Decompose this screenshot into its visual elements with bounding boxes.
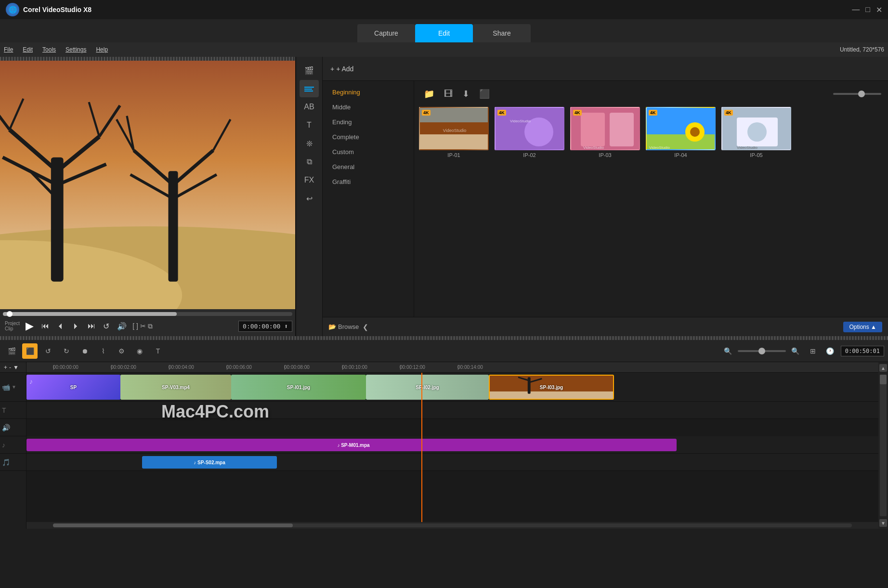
menu-help[interactable]: Help	[96, 46, 108, 53]
preview-image	[0, 61, 295, 309]
tool-text2[interactable]: T	[300, 117, 319, 134]
menu-file[interactable]: File	[4, 46, 13, 53]
sort-icon-btn[interactable]: ⬇	[459, 88, 472, 100]
tab-capture[interactable]: Capture	[357, 24, 415, 42]
tool-audio[interactable]: ↩	[300, 190, 319, 207]
cut-icon[interactable]: ✂	[140, 322, 146, 330]
copy-icon[interactable]: ⧉	[148, 322, 153, 330]
category-complete[interactable]: Complete	[323, 130, 414, 144]
tl-film-btn[interactable]: 🎬	[4, 343, 19, 359]
bracket-start[interactable]: [	[132, 322, 134, 330]
progress-thumb[interactable]	[7, 311, 13, 317]
clip-sps02[interactable]: ♪ SP-S02.mpa	[142, 456, 277, 469]
tl-storyboard-btn[interactable]: ⬛	[22, 343, 38, 359]
repeat-button[interactable]: ↺	[101, 321, 111, 332]
browse-button[interactable]: 📂 Browse	[328, 323, 359, 330]
collapse-library-button[interactable]: ❮	[363, 323, 368, 331]
menu-tools[interactable]: Tools	[42, 46, 56, 53]
timeline-scrollbar[interactable]	[26, 522, 878, 529]
play-button[interactable]: ▶	[24, 319, 36, 333]
category-middle[interactable]: Middle	[323, 100, 414, 115]
tool-text[interactable]: AB	[300, 98, 319, 116]
v-scrollbar-track[interactable]	[880, 375, 887, 516]
step-forward-button[interactable]: ⏵	[70, 321, 82, 331]
thumb-ip05[interactable]: 4K VideoStudio IP-05	[721, 107, 791, 158]
thumb-ip01[interactable]: 4K VideoStudio IP-01	[419, 107, 489, 158]
tool-graphics[interactable]: ❊	[300, 135, 319, 152]
tl-record-btn[interactable]: ⏺	[77, 343, 92, 359]
tl-undo-btn[interactable]: ↺	[40, 343, 56, 359]
sfx-track-icon[interactable]: 🎵	[2, 458, 10, 466]
add-button[interactable]: + + Add	[330, 65, 353, 73]
thumb-ip01-badge: 4K	[422, 110, 431, 116]
thumb-ip04[interactable]: 4K VideoStudio IP-04	[646, 107, 716, 158]
clip-spi03[interactable]: SP-I03.jpg	[489, 375, 614, 400]
arrow-down-icon[interactable]: ▼	[13, 364, 19, 371]
thumb-ip02[interactable]: 4K VideoStudio IP-02	[495, 107, 564, 158]
ruler-mark-0: 00:00:00:00	[53, 365, 111, 370]
bracket-end[interactable]: ]	[136, 322, 138, 330]
tool-fx[interactable]: FX	[300, 171, 319, 189]
tool-media[interactable]: 🎬	[300, 62, 319, 79]
next-end-button[interactable]: ⏭	[86, 321, 97, 331]
menu-edit[interactable]: Edit	[23, 46, 33, 53]
tab-edit[interactable]: Edit	[415, 24, 473, 42]
scroll-up-btn[interactable]: ▲	[879, 364, 887, 372]
zoom-in-btn[interactable]: 🔍	[788, 343, 803, 359]
v-scrollbar-thumb[interactable]	[880, 375, 887, 384]
thumb-ip02-label: IP-02	[523, 152, 535, 158]
minimize-button[interactable]: —	[852, 5, 860, 14]
film-icon-btn[interactable]: 🎞	[441, 88, 456, 100]
category-custom[interactable]: Custom	[323, 144, 414, 159]
tl-wave-btn[interactable]: ⌇	[95, 343, 111, 359]
fit-btn[interactable]: ⊞	[805, 343, 821, 359]
zoom-out-btn[interactable]: 🔍	[720, 343, 736, 359]
prev-start-button[interactable]: ⏮	[39, 321, 51, 331]
preview-drag-handle[interactable]	[0, 57, 295, 61]
tl-effect-btn[interactable]: ◉	[132, 343, 147, 359]
audio1-track-icon[interactable]: 🔊	[2, 424, 10, 431]
clip-spv03[interactable]: SP-V03.mp4	[120, 375, 231, 400]
video-track-arrow[interactable]: ▼	[12, 384, 16, 390]
tool-transitions[interactable]: ⧉	[300, 153, 319, 170]
category-ending[interactable]: Ending	[323, 115, 414, 130]
tab-share[interactable]: Share	[473, 24, 531, 42]
folder-icon-btn[interactable]: 📁	[421, 88, 437, 100]
category-beginning[interactable]: Beginning	[323, 85, 414, 100]
close-button[interactable]: ✕	[876, 5, 882, 14]
tl-speed-btn[interactable]: ⚙	[114, 343, 129, 359]
tl-title-btn[interactable]: T	[150, 343, 166, 359]
video-track-icon[interactable]: 📹	[2, 383, 10, 391]
clock-btn[interactable]: 🕐	[823, 343, 838, 359]
category-general[interactable]: General	[323, 159, 414, 174]
timecode-arrows[interactable]: ⬆	[284, 323, 288, 330]
add-track-icon[interactable]: +	[4, 364, 7, 371]
menu-settings[interactable]: Settings	[65, 46, 86, 53]
clip-spi01[interactable]: SP-I01.jpg	[231, 375, 366, 400]
clip-sp1[interactable]: SP ♪	[26, 375, 120, 400]
clip-spi02[interactable]: SP-I02.jpg	[366, 375, 489, 400]
options-button[interactable]: Options ▲	[843, 322, 882, 332]
layout-icon-btn[interactable]: ⬛	[476, 88, 493, 100]
music-track-icon[interactable]: ♪	[2, 441, 5, 449]
h-scrollbar-track[interactable]	[53, 523, 852, 527]
clip-spm01[interactable]: ♪ SP-M01.mpa	[26, 439, 677, 451]
step-back-button[interactable]: ⏴	[55, 321, 66, 331]
zoom-slider[interactable]	[738, 350, 786, 352]
thumbnail-size-slider[interactable]	[833, 93, 881, 95]
timecode-display: 0:00:00:00 ⬆	[238, 321, 292, 332]
scroll-down-btn[interactable]: ▼	[879, 519, 887, 527]
thumb-ip03[interactable]: 4K VideoStudio IP-03	[570, 107, 640, 158]
playhead[interactable]	[421, 373, 422, 522]
maximize-button[interactable]: □	[865, 5, 870, 14]
minus-track-icon[interactable]: -	[9, 364, 11, 371]
title-track-icon[interactable]: T	[2, 406, 6, 414]
tool-titles[interactable]	[300, 80, 319, 97]
tl-redo-btn[interactable]: ↻	[59, 343, 74, 359]
timeline-drag-handle[interactable]	[0, 336, 888, 340]
h-scrollbar-thumb[interactable]	[53, 523, 293, 527]
window-controls: — □ ✕	[852, 5, 882, 14]
category-graffiti[interactable]: Graffiti	[323, 174, 414, 189]
volume-button[interactable]: 🔊	[115, 321, 129, 332]
progress-bar[interactable]	[3, 312, 292, 316]
